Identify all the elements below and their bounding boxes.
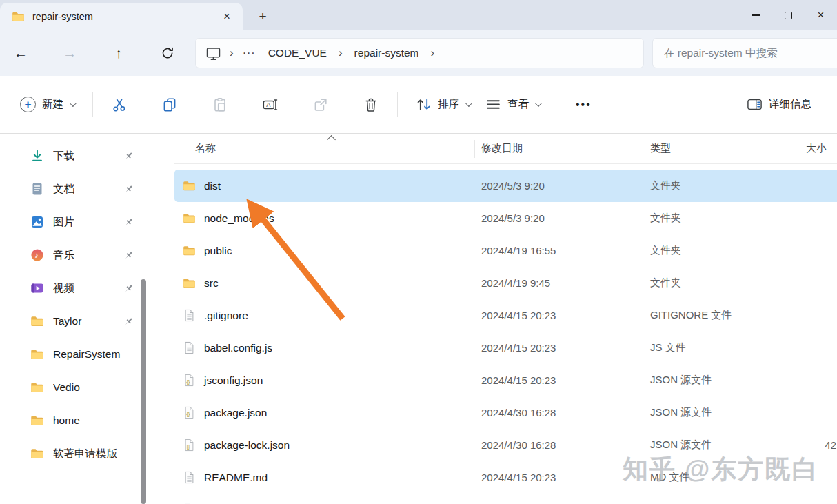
sidebar-item-pictures[interactable]: 图片 — [0, 205, 159, 239]
search-input[interactable] — [664, 47, 829, 59]
minimize-button[interactable] — [740, 0, 772, 30]
column-header-name[interactable]: 名称 — [174, 142, 481, 155]
table-row-public[interactable]: public 2024/4/19 16:55 文件夹 — [174, 234, 837, 267]
column-header-date[interactable]: 修改日期 — [481, 142, 650, 155]
table-row-partial[interactable] — [174, 494, 837, 504]
sidebar-item-videos[interactable]: 视频 — [0, 272, 159, 305]
file-name: dist — [204, 180, 221, 192]
file-name: babel.config.js — [204, 342, 272, 354]
cut-button[interactable] — [103, 90, 135, 119]
new-button[interactable]: + 新建 — [12, 91, 82, 118]
sidebar-item-label: 视频 — [53, 281, 114, 296]
column-divider[interactable] — [785, 140, 785, 158]
file-type: 文件夹 — [650, 244, 806, 257]
up-button[interactable]: ↑ — [105, 39, 132, 67]
more-options-button[interactable]: ••• — [569, 99, 598, 111]
copy-button[interactable] — [154, 90, 185, 119]
this-pc-icon[interactable] — [205, 46, 221, 61]
file-type: 文件夹 — [650, 212, 806, 225]
column-headers: 名称 修改日期 类型 大小 — [174, 134, 837, 164]
refresh-button[interactable] — [154, 39, 181, 67]
sort-button-label: 排序 — [438, 97, 459, 112]
sidebar-item-music[interactable]: 音乐 — [0, 239, 159, 272]
share-button — [305, 90, 336, 119]
sidebar-item-repairsystem[interactable]: RepairSystem — [0, 338, 159, 371]
sidebar-scrollbar[interactable] — [141, 279, 146, 504]
file-date: 2024/5/3 9:20 — [481, 180, 650, 192]
table-row-jsconfig[interactable]: jsconfig.json 2024/4/15 20:23 JSON 源文件 — [174, 364, 837, 396]
view-button[interactable]: 查看 — [478, 91, 547, 118]
new-tab-button[interactable]: + — [251, 5, 274, 28]
rename-button[interactable] — [254, 90, 286, 119]
back-button[interactable]: ← — [7, 39, 34, 67]
file-list: 名称 修改日期 类型 大小 dist 2024/5/3 9:20 文件夹 nod… — [159, 134, 837, 504]
file-type: 文件夹 — [650, 276, 806, 290]
sidebar-item-label: home — [53, 414, 134, 427]
search-box — [652, 38, 837, 68]
table-row-gitignore[interactable]: .gitignore 2024/4/15 20:23 GITIGNORE 文件 — [174, 299, 837, 332]
json-icon — [183, 374, 196, 387]
delete-button[interactable] — [355, 90, 387, 119]
chevron-right-icon: › — [430, 46, 436, 60]
breadcrumb-item-repair-system[interactable]: repair-system — [350, 44, 424, 62]
folder-icon — [30, 314, 44, 328]
breadcrumb-overflow[interactable]: ··· — [241, 47, 258, 59]
copy-icon — [162, 97, 177, 112]
file-type: GITIGNORE 文件 — [650, 309, 806, 322]
details-pane-button[interactable]: 详细信息 — [739, 91, 819, 118]
file-type: JSON 源文件 — [650, 439, 806, 452]
new-button-label: 新建 — [42, 97, 63, 112]
breadcrumb[interactable]: › ··· CODE_VUE › repair-system › — [195, 38, 644, 68]
close-button[interactable]: × — [805, 0, 837, 30]
tab-close-icon[interactable]: × — [216, 7, 237, 26]
sidebar-item-downloads[interactable]: 下载 — [0, 139, 159, 172]
sidebar-item-vedio[interactable]: Vedio — [0, 371, 159, 404]
file-type: JSON 源文件 — [650, 406, 806, 419]
scissors-icon — [112, 97, 127, 112]
share-icon — [313, 97, 328, 112]
sidebar-item-documents[interactable]: 文档 — [0, 172, 159, 205]
file-icon — [183, 471, 196, 484]
breadcrumb-item-codevue[interactable]: CODE_VUE — [263, 44, 332, 62]
file-date: 2024/4/30 16:28 — [481, 407, 650, 419]
folder-icon — [183, 244, 196, 257]
sidebar-item-label: Taylor — [53, 315, 114, 327]
file-type: JS 文件 — [650, 341, 806, 354]
file-date: 2024/4/19 16:55 — [481, 245, 650, 256]
chevron-down-icon — [465, 100, 472, 107]
pin-icon — [123, 316, 134, 327]
explorer-tab[interactable]: repair-system × — [0, 3, 243, 30]
column-divider[interactable] — [641, 140, 641, 158]
table-row-dist[interactable]: dist 2024/5/3 9:20 文件夹 — [174, 170, 837, 202]
content-area: 下载 文档 图片 音乐 视频 Taylor — [0, 134, 837, 504]
table-row-package-json[interactable]: package.json 2024/4/30 16:28 JSON 源文件 — [174, 396, 837, 429]
document-icon — [30, 182, 44, 196]
file-icon — [183, 341, 196, 354]
trash-icon — [363, 97, 379, 112]
file-name: src — [204, 277, 219, 290]
sidebar-item-home[interactable]: home — [0, 404, 159, 437]
file-date: 2024/5/3 9:20 — [481, 212, 650, 224]
file-date: 2024/4/15 20:23 — [481, 374, 650, 386]
pin-icon — [123, 184, 134, 194]
maximize-button[interactable] — [772, 0, 805, 30]
column-header-type[interactable]: 类型 — [650, 142, 806, 155]
sidebar-item-ruanzhu[interactable]: 软著申请模版 — [0, 437, 159, 470]
folder-icon — [30, 414, 44, 427]
json-icon — [183, 439, 196, 452]
sort-arrows-icon — [416, 97, 432, 112]
sort-button[interactable]: 排序 — [408, 91, 478, 118]
column-header-size[interactable]: 大小 — [806, 142, 837, 155]
table-row-babel-config[interactable]: babel.config.js 2024/4/15 20:23 JS 文件 — [174, 332, 837, 364]
sidebar-item-taylor[interactable]: Taylor — [0, 305, 159, 338]
sidebar-divider — [7, 485, 130, 485]
file-name: package-lock.json — [204, 439, 290, 452]
videos-icon — [30, 281, 44, 295]
file-name: package.json — [204, 407, 267, 419]
column-divider[interactable] — [474, 140, 475, 158]
pictures-icon — [30, 215, 44, 229]
paste-icon — [212, 97, 228, 112]
table-row-node-modules[interactable]: node_modules 2024/5/3 9:20 文件夹 — [174, 202, 837, 234]
table-row-src[interactable]: src 2024/4/19 9:45 文件夹 — [174, 267, 837, 299]
file-type: 文件夹 — [650, 179, 806, 192]
